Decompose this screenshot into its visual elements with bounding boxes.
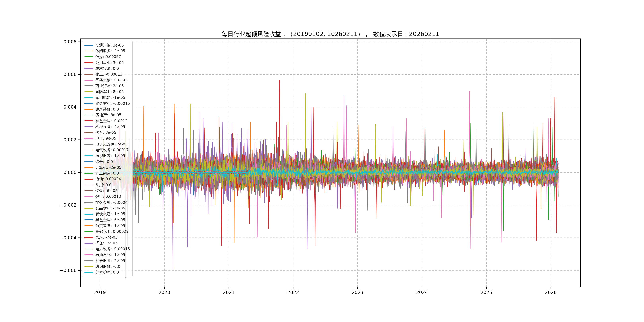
legend-label: 家用电器: -1e-05 (96, 95, 125, 100)
legend-item: 纺织服饰: -0.0 (84, 264, 130, 269)
figure: 每日行业超额风险收益，（20190102, 20260211）， 数值表示日：2… (0, 0, 644, 322)
legend-line-swatch (84, 231, 93, 232)
legend-line-swatch (84, 260, 93, 261)
legend-label: 美容护理: 0.0 (96, 270, 119, 275)
x-tick-label: 2019 (89, 290, 111, 295)
legend-line-swatch (84, 185, 93, 186)
legend-label: 纺织服装: -1e-05 (96, 153, 125, 158)
legend-line-swatch (84, 150, 93, 151)
legend-item: 国防军工: 8e-05 (84, 89, 130, 94)
legend-item: 建筑材料: -0.00015 (84, 100, 130, 106)
legend-label: 汽车: 3e-05 (96, 130, 116, 135)
legend-item: 电力设备: -0.00015 (84, 246, 130, 252)
legend-line-swatch (84, 132, 93, 133)
legend-item: 房地产: -3e-05 (84, 112, 130, 118)
legend-item: 电子元器件: 2e-05 (84, 141, 130, 147)
legend-label: 计算机: -2e-05 (96, 165, 122, 170)
legend-label: 农林牧渔: 0.0 (96, 66, 119, 71)
legend-label: 电力设备: -0.00015 (96, 246, 130, 252)
legend-item: 美容护理: 0.0 (84, 270, 130, 275)
legend-line-swatch (84, 167, 93, 168)
x-tick-label: 2024 (411, 290, 433, 295)
legend-label: 交通运输: 3e-05 (96, 43, 124, 48)
legend-label: 传媒: 0.00057 (96, 54, 121, 60)
legend-line-swatch (84, 208, 93, 209)
legend-line-swatch (84, 97, 93, 98)
legend-line-swatch (84, 249, 93, 250)
legend-item: 食品饮料: -3e-05 (84, 205, 130, 211)
legend-item: 公用事业: 3e-05 (84, 60, 130, 66)
legend-line-swatch (84, 156, 93, 156)
legend-item: 汽车: 3e-05 (84, 130, 130, 135)
legend-item: 有色金属: -0.0012 (84, 118, 130, 124)
legend-label: 有色金属: -0.0012 (96, 118, 128, 124)
legend-label: 食品饮料: -3e-05 (96, 206, 125, 211)
legend-label: 采掘: 0.0 (96, 182, 112, 188)
legend-item: 综合: -0.0 (84, 159, 130, 164)
legend-label: 综合: -0.0 (96, 159, 113, 164)
legend-label: 建筑材料: -0.00015 (96, 101, 130, 106)
legend-item: 机械设备: -4e-05 (84, 124, 130, 130)
y-tick-label: 0.006 (51, 72, 76, 77)
y-tick-label: 0.004 (51, 104, 76, 110)
legend-line-swatch (84, 138, 93, 139)
legend-label: 国防军工: 8e-05 (96, 89, 124, 94)
x-tick-label: 2023 (347, 290, 368, 295)
legend-label: 通信: 0.00024 (96, 176, 121, 182)
legend-line-swatch (84, 109, 93, 110)
legend-item: 化工: -0.00013 (84, 71, 130, 77)
legend-line-swatch (84, 45, 93, 46)
legend-label: 环保: -3e-05 (96, 241, 118, 246)
legend-label: 建筑装饰: 0.0 (96, 107, 119, 112)
legend-label: 纺织服饰: -0.0 (96, 264, 120, 269)
legend-item: 建筑装饰: 0.0 (84, 106, 130, 112)
legend-line-swatch (84, 115, 93, 116)
legend-label: 商业贸易: 2e-05 (96, 84, 124, 89)
legend-item: 社会服务: -2e-05 (84, 258, 130, 264)
legend-label: 房地产: -3e-05 (96, 112, 122, 118)
legend-line-swatch (84, 179, 93, 180)
legend-item: 休闲服务: -2e-05 (84, 48, 130, 54)
chart-title: 每日行业超额风险收益，（20190102, 20260211）， 数值表示日：2… (80, 30, 580, 38)
legend-item: 家用电器: -1e-05 (84, 95, 130, 100)
legend-item: 交通运输: 3e-05 (84, 42, 130, 48)
legend-item: 商业贸易: 2e-05 (84, 83, 130, 89)
legend-item: 钢铁: -6e-05 (84, 188, 130, 194)
legend-line-swatch (84, 220, 93, 220)
legend-label: 电子元器件: 2e-05 (96, 142, 128, 147)
y-tick-label: 0.000 (51, 170, 76, 175)
legend-label: 电气设备: 0.00017 (96, 148, 128, 153)
legend-line-swatch (84, 51, 93, 52)
legend: 交通运输: 3e-05休闲服务: -2e-05传媒: 0.00057公用事业: … (82, 40, 132, 277)
legend-item: 餐饮旅游: -1e-05 (84, 211, 130, 217)
legend-label: 银行: 0.00013 (96, 194, 121, 199)
legend-item: 电子: 9e-05 (84, 136, 130, 141)
x-tick-label: 2025 (476, 290, 497, 295)
legend-item: 商贸零售: -1e-05 (84, 223, 130, 228)
legend-label: 餐饮旅游: -1e-05 (96, 212, 125, 217)
legend-line-swatch (84, 190, 93, 192)
legend-line-swatch (84, 92, 93, 92)
legend-item: 石油石化: -1e-05 (84, 252, 130, 258)
legend-line-swatch (84, 144, 93, 145)
legend-item: 环保: -3e-05 (84, 240, 130, 246)
y-tick-label: −0.002 (51, 202, 76, 208)
legend-label: 休闲服务: -2e-05 (96, 48, 125, 54)
legend-line-swatch (84, 196, 93, 197)
y-tick-label: −0.004 (51, 235, 76, 240)
legend-line-swatch (84, 80, 93, 81)
legend-line-swatch (84, 237, 93, 238)
legend-item: 传媒: 0.00057 (84, 54, 130, 60)
legend-label: 医药生物: -0.0003 (96, 78, 128, 83)
legend-item: 医药生物: -0.0003 (84, 77, 130, 83)
legend-item: 轻工制造: 0.0 (84, 170, 130, 176)
legend-line-swatch (84, 226, 93, 226)
legend-line-swatch (84, 74, 93, 75)
legend-label: 轻工制造: 0.0 (96, 171, 119, 176)
legend-line-swatch (84, 120, 93, 122)
x-tick-label: 2026 (540, 290, 562, 295)
legend-label: 公用事业: 3e-05 (96, 60, 124, 66)
x-tick-label: 2020 (154, 290, 175, 295)
legend-item: 银行: 0.00013 (84, 194, 130, 200)
legend-item: 黑色金属: -6e-05 (84, 217, 130, 223)
